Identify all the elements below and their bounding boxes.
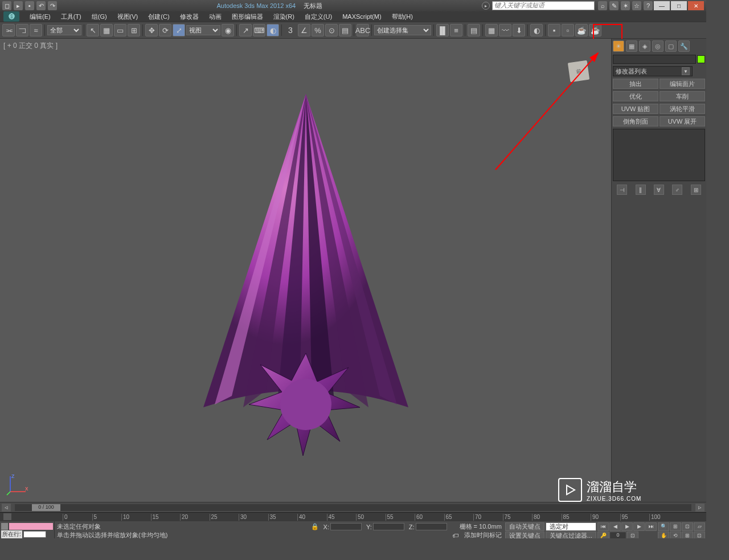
mod-btn-3-1[interactable]: UVW 展开 xyxy=(660,116,705,126)
close-button[interactable]: ✕ xyxy=(688,1,704,10)
material-editor-icon[interactable]: ◐ xyxy=(530,24,543,36)
util-icon[interactable]: 🔧 xyxy=(678,40,690,52)
app-icon[interactable]: 🅢 xyxy=(3,11,19,22)
mirror-icon[interactable]: ▐▌ xyxy=(436,24,449,36)
display-icon[interactable]: ▢ xyxy=(665,40,677,52)
menu-tools[interactable]: 工具(T) xyxy=(56,12,86,22)
addtag-label[interactable]: 添加时间标记 xyxy=(464,531,502,538)
manipulate-icon[interactable]: ↗ xyxy=(239,24,252,36)
modifier-stack[interactable] xyxy=(613,129,705,181)
menu-grapheditors[interactable]: 图形编辑器 xyxy=(227,12,268,22)
menu-maxscript[interactable]: MAXScript(M) xyxy=(338,13,386,21)
scale-icon[interactable]: ⤢ xyxy=(173,24,185,36)
unique-icon[interactable]: ∀ xyxy=(654,185,664,195)
viewport-label[interactable]: [ + 0 正交 0 真实 ] xyxy=(3,41,58,51)
menu-modifiers[interactable]: 修改器 xyxy=(175,12,203,22)
tag-icon[interactable]: 🏷 xyxy=(452,532,460,539)
render-frame-icon[interactable]: ▫ xyxy=(562,24,574,36)
viewcube[interactable]: 前 xyxy=(568,60,589,82)
autokey-button[interactable]: 自动关键点 xyxy=(505,522,544,531)
graphite-icon[interactable]: ▦ xyxy=(485,24,498,36)
prev-frame-icon[interactable]: ◀ xyxy=(609,522,621,531)
mod-btn-2-0[interactable]: UVW 贴图 xyxy=(613,104,658,114)
grid-icon[interactable]: ▦ xyxy=(626,40,637,52)
setkey-button[interactable]: 设置关键点 xyxy=(505,532,544,539)
viewport[interactable]: [ + 0 正交 0 真实 ] 前 xyxy=(0,39,612,502)
abc-icon[interactable]: ABC xyxy=(357,24,369,36)
time-ruler[interactable]: 0510152025303540455055606570758085909510… xyxy=(0,512,706,521)
goto-end-icon[interactable]: ⏭ xyxy=(645,522,657,531)
mod-btn-3-0[interactable]: 倒角剖面 xyxy=(613,116,658,126)
menu-rendering[interactable]: 渲染(R) xyxy=(269,12,299,22)
object-name-input[interactable] xyxy=(613,55,696,64)
align-icon[interactable]: ≡ xyxy=(450,24,462,36)
keyfilter-button[interactable]: 关键点过滤器... xyxy=(546,532,596,539)
script-block[interactable] xyxy=(9,523,53,530)
time-config-icon[interactable]: ⊡ xyxy=(627,532,638,539)
config-icon[interactable]: ⊞ xyxy=(691,185,701,195)
min-max-icon[interactable]: ⊞ xyxy=(682,532,693,539)
tool1-icon[interactable]: ✎ xyxy=(609,1,619,10)
pivot-icon[interactable]: ◉ xyxy=(222,24,234,36)
teapot-render-icon[interactable]: ☕ xyxy=(575,24,588,36)
window-cross-icon[interactable]: ⊞ xyxy=(128,24,140,36)
show-result-icon[interactable]: ‖ xyxy=(636,185,646,195)
star-icon[interactable]: ☆ xyxy=(632,1,641,10)
zoom-all-icon[interactable]: ⊞ xyxy=(670,522,681,531)
object-color-swatch[interactable] xyxy=(697,55,705,63)
redo-icon[interactable]: ↷ xyxy=(48,1,57,10)
tool2-icon[interactable]: ✶ xyxy=(621,1,630,10)
binoculars-icon[interactable]: ⌕ xyxy=(598,1,607,10)
config1-icon[interactable] xyxy=(1,523,8,530)
undo-icon[interactable]: ↶ xyxy=(36,1,46,10)
teapot2-icon[interactable]: ☕ xyxy=(589,24,601,36)
minimize-button[interactable]: — xyxy=(654,1,670,10)
light-icon[interactable]: ☀ xyxy=(613,40,624,52)
spinner-snap-icon[interactable]: ⊙ xyxy=(325,24,338,36)
select-name-icon[interactable]: ▦ xyxy=(100,24,113,36)
selected-input[interactable]: 选定对 xyxy=(546,522,596,531)
y-input[interactable] xyxy=(373,523,404,530)
mod-btn-0-1[interactable]: 编辑面片 xyxy=(660,79,705,89)
bind-icon[interactable]: ≈ xyxy=(30,24,42,36)
rotate-icon[interactable]: ⟳ xyxy=(159,24,171,36)
curve-editor-icon[interactable]: 〰 xyxy=(499,24,511,36)
select-icon[interactable]: ↖ xyxy=(87,24,99,36)
z-input[interactable] xyxy=(416,523,447,530)
link-icon[interactable]: ⫘ xyxy=(2,24,15,36)
keyboard-icon[interactable]: ⌨ xyxy=(253,24,265,36)
help-icon[interactable]: ? xyxy=(644,1,653,10)
play-icon[interactable]: ▶ xyxy=(621,522,633,531)
vp-config-icon[interactable]: ⊡ xyxy=(694,532,705,539)
arrow-icon[interactable]: ▸ xyxy=(482,2,490,10)
rect-select-icon[interactable]: ▭ xyxy=(114,24,126,36)
time-slider[interactable]: 0 / 100 xyxy=(15,504,691,511)
motion-icon[interactable]: ◎ xyxy=(652,40,664,52)
layer-icon[interactable]: ▤ xyxy=(468,24,480,36)
lock-icon[interactable]: 🔒 xyxy=(311,523,319,531)
zoom-ext-icon[interactable]: ⊡ xyxy=(682,522,693,531)
move-icon[interactable]: ✥ xyxy=(145,24,158,36)
pin-stack-icon[interactable]: ⊣ xyxy=(617,185,627,195)
menu-animation[interactable]: 动画 xyxy=(204,12,226,22)
open-icon[interactable]: ▸ xyxy=(14,1,23,10)
render-setup-icon[interactable]: ▪ xyxy=(548,24,560,36)
pan-icon[interactable]: ✋ xyxy=(658,532,669,539)
fov-icon[interactable]: ▱ xyxy=(694,522,705,531)
modifier-list-dropdown[interactable]: 修改器列表 ▼ xyxy=(613,66,693,76)
menu-edit[interactable]: 编辑(E) xyxy=(25,12,55,22)
hier-icon[interactable]: ◈ xyxy=(639,40,650,52)
mod-btn-1-1[interactable]: 车削 xyxy=(660,91,705,101)
save-icon[interactable]: ▪ xyxy=(25,1,34,10)
next-frame-icon[interactable]: ▶ xyxy=(633,522,645,531)
maximize-button[interactable]: □ xyxy=(671,1,687,10)
x-input[interactable] xyxy=(330,523,362,530)
edit-named-icon[interactable]: ▤ xyxy=(339,24,351,36)
goto-start-icon[interactable]: ⏮ xyxy=(597,522,609,531)
ref-coord-dropdown[interactable]: 视图 xyxy=(186,25,220,35)
remove-icon[interactable]: ♂ xyxy=(672,185,682,195)
time-slider-thumb[interactable]: 0 / 100 xyxy=(32,504,60,511)
selection-filter-dropdown[interactable]: 全部 xyxy=(47,25,81,35)
timeline-left-icon[interactable]: ◃ xyxy=(2,504,11,512)
new-icon[interactable]: ◻ xyxy=(2,1,11,10)
